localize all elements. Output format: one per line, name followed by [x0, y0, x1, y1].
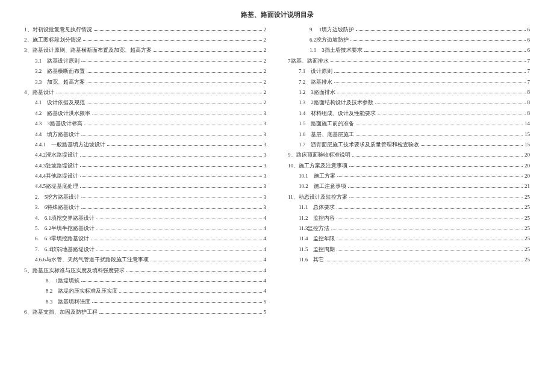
- toc-label: 1.5 路面施工前的准备: [299, 119, 354, 128]
- toc-entry: 10、施工方案及注意事项20: [288, 161, 530, 170]
- toc-leader-dots: [356, 30, 525, 31]
- toc-entry: 7. 6.4软弱地基路堤设计4: [24, 245, 266, 254]
- toc-page-number: 5: [264, 297, 267, 306]
- toc-entry: 6、路基支挡、加固及防护工程5: [24, 308, 266, 316]
- toc-label: 7路基、路面排水: [288, 57, 329, 65]
- toc-column-left: 1、对初设批复意见执行情况22、施工图标段划分情况23、路基设计原则、路基横断面…: [24, 25, 266, 319]
- toc-label: 9. 1填方边坡防护: [310, 25, 354, 34]
- toc-label: 3.1 路基设计原则: [35, 57, 79, 65]
- toc-label: 7.2 路基排水: [299, 78, 332, 86]
- toc-leader-dots: [364, 51, 526, 52]
- toc-leader-dots: [81, 208, 261, 209]
- toc-entry: 3.1 路基设计原则2: [24, 57, 266, 65]
- toc-leader-dots: [80, 176, 262, 177]
- toc-leader-dots: [421, 145, 523, 146]
- toc-leader-dots: [87, 72, 261, 73]
- toc-page-number: 15: [524, 130, 530, 138]
- toc-leader-dots: [331, 61, 526, 62]
- toc-page-number: 8: [528, 98, 531, 107]
- toc-leader-dots: [96, 219, 262, 219]
- toc-label: 1.4 材料组成、设计及性能要求: [299, 109, 376, 117]
- toc-entry: 9. 1填方边坡防护6: [288, 25, 530, 34]
- toc-label: 4.4.2浸水路堤设计: [35, 151, 78, 159]
- toc-leader-dots: [331, 229, 523, 229]
- toc-leader-dots: [334, 72, 525, 73]
- toc-entry: 4.6.6与水管、天然气管道干扰路段施工注意事项4: [24, 255, 266, 264]
- toc-label: 11.1 总体要求: [299, 203, 335, 211]
- toc-page-number: 2: [264, 98, 267, 107]
- toc-label: 10.2 施工注意事项: [299, 182, 346, 190]
- toc-leader-dots: [337, 176, 523, 177]
- toc-leader-dots: [92, 302, 261, 303]
- toc-entry: 7.2 路基排水7: [288, 78, 530, 86]
- toc-label: 1.1 3挡土墙技术要求: [310, 46, 363, 54]
- toc-entry: 4.4.3陡坡路堤设计3: [24, 161, 266, 170]
- toc-page-number: 3: [264, 193, 267, 201]
- toc-leader-dots: [356, 125, 523, 125]
- toc-leader-dots: [326, 261, 523, 261]
- toc-label: 11.4 监控年限: [299, 234, 335, 243]
- toc-page-number: 7: [528, 57, 531, 65]
- toc-entry: 8.2 路堤的压实标准及压实度4: [24, 287, 266, 295]
- toc-page-number: 2: [264, 88, 267, 96]
- toc-page-number: 25: [524, 224, 530, 232]
- toc-label: 11.5 监控周期: [299, 245, 335, 254]
- toc-leader-dots: [87, 104, 261, 104]
- toc-label: 11.6 其它: [299, 255, 324, 264]
- toc-leader-dots: [348, 187, 523, 188]
- toc-leader-dots: [337, 208, 523, 209]
- toc-label: 4.4.3陡坡路堤设计: [35, 161, 78, 170]
- toc-label: 9、路床顶面验收标准说明: [288, 151, 350, 159]
- toc-label: 7. 6.4软弱地基路堤设计: [35, 245, 95, 254]
- toc-page-number: 7: [528, 67, 531, 75]
- toc-leader-dots: [349, 166, 523, 167]
- toc-page-number: 20: [524, 151, 530, 159]
- toc-entry: 11、动态设计及监控方案25: [288, 193, 530, 201]
- toc-page-number: 2: [264, 57, 267, 65]
- toc-entry: 3. 6特殊路基设计3: [24, 203, 266, 211]
- toc-page-number: 8: [528, 109, 531, 117]
- toc-label: 1.3 2路面结构设计及技术参数: [299, 98, 373, 107]
- toc-entry: 11.6 其它25: [288, 255, 530, 264]
- toc-label: 5、路基压实标准与压实度及填料强度要求: [24, 266, 125, 275]
- toc-entry: 4.4.2浸水路堤设计3: [24, 151, 266, 159]
- toc-page-number: 25: [524, 245, 530, 254]
- toc-entry: 1.6 基层、底基层施工15: [288, 130, 530, 138]
- toc-page-number: 3: [264, 161, 267, 170]
- toc-entry: 4.2 路基设计洪水频率3: [24, 109, 266, 117]
- toc-entry: 4.3 3路基设计标高3: [24, 119, 266, 128]
- toc-leader-dots: [87, 82, 261, 83]
- toc-label: 11.3监控方法: [299, 224, 329, 232]
- toc-leader-dots: [91, 240, 262, 240]
- toc-label: 3.3 加宽、超高方案: [35, 78, 85, 86]
- toc-leader-dots: [81, 281, 261, 282]
- toc-label: 4. 6.1填挖交界路基设计: [35, 214, 95, 222]
- toc-entry: 1.2 3路面排水8: [288, 88, 530, 96]
- toc-leader-dots: [352, 156, 523, 157]
- toc-leader-dots: [154, 51, 262, 52]
- toc-label: 3、路基设计原则、路基横断面布置及加宽、超高方案: [24, 46, 152, 54]
- toc-entry: 5、路基压实标准与压实度及填料强度要求4: [24, 266, 266, 275]
- toc-page-number: 4: [264, 276, 267, 285]
- toc-entry: 11.3监控方法25: [288, 224, 530, 232]
- toc-page-number: 4: [264, 214, 267, 222]
- toc-page-number: 20: [524, 161, 530, 170]
- toc-entry: 6.2挖方边坡防护6: [288, 36, 530, 44]
- toc-entry: 1.3 2路面结构设计及技术参数8: [288, 98, 530, 107]
- toc-label: 2. 5挖方路基设计: [35, 193, 79, 201]
- toc-entry: 3.2 路基横断面布置2: [24, 67, 266, 75]
- toc-label: 4.1 设计依据及规范: [35, 98, 85, 107]
- toc-entry: 7.1 设计原则7: [288, 67, 530, 75]
- toc-page-number: 6: [528, 46, 531, 54]
- toc-label: 4.2 路基设计洪水频率: [35, 109, 90, 117]
- toc-entry: 10.2 施工注意事项21: [288, 182, 530, 190]
- toc-label: 4.4.4其他路堤设计: [35, 172, 78, 180]
- toc-entry: 4.4.5路堤基底处理3: [24, 182, 266, 190]
- toc-label: 6. 6.3零填挖路基设计: [35, 234, 89, 243]
- toc-page-number: 4: [264, 266, 267, 275]
- toc-page-number: 2: [264, 46, 267, 54]
- toc-label: 1.7 沥青面层施工技术要求及质量管理和检查验收: [299, 140, 419, 149]
- toc-page-number: 6: [528, 25, 531, 34]
- toc-page-number: 3: [264, 182, 267, 190]
- toc-leader-dots: [337, 219, 523, 219]
